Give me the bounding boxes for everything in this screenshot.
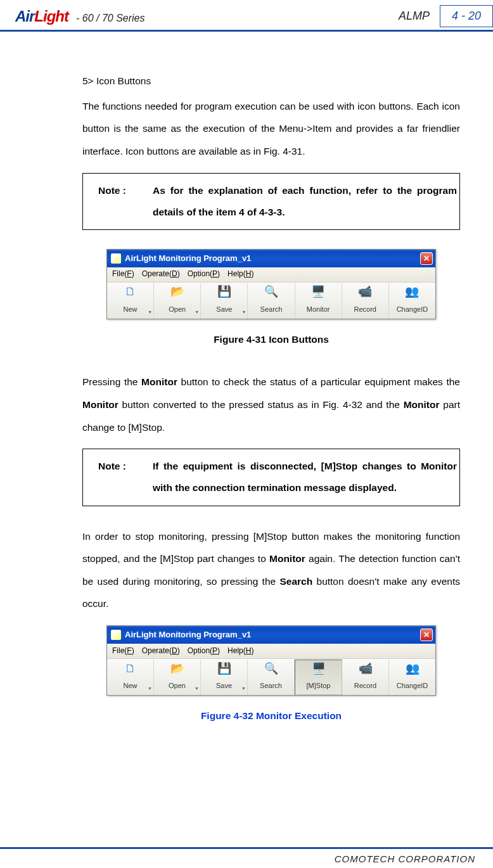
logo-light: Light	[34, 8, 68, 25]
save-label: Save	[216, 678, 232, 694]
chevron-down-icon: ▼	[195, 684, 199, 694]
chevron-down-icon: ▼	[148, 684, 152, 694]
chevron-down-icon: ▼	[241, 684, 246, 694]
save-button[interactable]: 💾 Save ▼	[201, 660, 248, 695]
close-button[interactable]: ✕	[420, 629, 433, 641]
mstop-label: [M]Stop	[307, 678, 331, 694]
bold-text: Monitor	[269, 553, 305, 564]
chevron-down-icon: ▼	[148, 307, 152, 317]
note-box-2: Note : If the equipment is disconnected,…	[82, 449, 460, 506]
record-button[interactable]: 📹 Record	[342, 283, 389, 319]
footer-rule	[0, 847, 493, 849]
search-label: Search	[260, 678, 282, 694]
app-window-1: AirLight Monitoring Program_v1 ✕ File(F)…	[106, 249, 436, 319]
titlebar: AirLight Monitoring Program_v1 ✕	[107, 626, 435, 644]
close-icon: ✕	[423, 631, 430, 639]
new-label: New	[123, 678, 137, 694]
search-icon: 🔍	[263, 284, 279, 300]
monitor-button[interactable]: 🖥️ Monitor	[295, 283, 342, 319]
text: button to check the status of a particul…	[177, 376, 460, 387]
section-title: 5> Icon Buttons	[82, 70, 460, 93]
note-label: Note :	[83, 174, 153, 229]
monitor-icon: 🖥️	[311, 660, 327, 677]
search-label: Search	[260, 302, 283, 317]
note-text: If the equipment is disconnected, [M]Sto…	[153, 449, 459, 505]
header-right: ALMP 4 - 20	[399, 5, 493, 27]
figure-caption-1: Figure 4-31 Icon Buttons	[82, 328, 460, 351]
open-icon: 📂	[169, 284, 186, 300]
record-button[interactable]: 📹 Record	[342, 660, 389, 695]
open-icon: 📂	[169, 660, 186, 677]
changeid-label: ChangeID	[397, 302, 428, 317]
open-button[interactable]: 📂 Open ▼	[154, 660, 201, 695]
bold-text: Monitor	[82, 399, 118, 410]
close-button[interactable]: ✕	[420, 252, 433, 265]
save-button[interactable]: 💾 Save ▼	[201, 283, 248, 319]
changeid-label: ChangeID	[397, 678, 428, 694]
record-label: Record	[354, 678, 376, 694]
app-window-2: AirLight Monitoring Program_v1 ✕ File(F)…	[106, 625, 436, 696]
new-button[interactable]: 🗋 New ▼	[107, 283, 154, 319]
record-icon: 📹	[357, 660, 374, 677]
chevron-down-icon: ▼	[195, 307, 199, 317]
open-label: Open	[169, 302, 186, 317]
content: 5> Icon Buttons The functions needed for…	[0, 32, 493, 727]
paragraph-2: Pressing the Monitor button to check the…	[82, 371, 460, 438]
bold-text: Monitor	[141, 376, 177, 387]
mstop-button[interactable]: 🖥️ [M]Stop	[295, 660, 342, 695]
record-label: Record	[354, 302, 376, 317]
titlebar-left: AirLight Monitoring Program_v1	[111, 625, 251, 644]
save-icon: 💾	[216, 284, 233, 300]
figure-caption-2: Figure 4-32 Monitor Execution	[82, 705, 460, 727]
almp-label: ALMP	[399, 10, 430, 23]
series-label: - 60 / 70 Series	[76, 13, 145, 24]
new-icon: 🗋	[122, 660, 139, 677]
changeid-button[interactable]: 👥 ChangeID	[389, 283, 435, 319]
paragraph-1: The functions needed for program executi…	[82, 95, 460, 163]
save-icon: 💾	[216, 660, 233, 677]
changeid-icon: 👥	[404, 284, 420, 300]
changeid-icon: 👥	[404, 660, 421, 677]
chevron-down-icon: ▼	[241, 307, 246, 317]
note-label: Note :	[83, 449, 153, 505]
logo-air: Air	[15, 8, 34, 25]
window-title: AirLight Monitoring Program_v1	[125, 625, 251, 644]
monitor-icon: 🖥️	[310, 284, 326, 300]
logo: AirLight	[15, 8, 68, 25]
search-icon: 🔍	[263, 660, 279, 677]
close-icon: ✕	[423, 255, 430, 262]
new-icon: 🗋	[122, 284, 139, 300]
window-title: AirLight Monitoring Program_v1	[125, 249, 251, 268]
monitor-label: Monitor	[307, 302, 330, 317]
footer-company: COMOTECH CORPORATION	[335, 853, 475, 864]
titlebar-left: AirLight Monitoring Program_v1	[111, 249, 251, 268]
page-header: AirLight - 60 / 70 Series ALMP 4 - 20	[0, 0, 493, 30]
logo-series-group: AirLight - 60 / 70 Series	[15, 8, 144, 25]
window-icon	[111, 253, 121, 264]
toolbar-1: 🗋 New ▼ 📂 Open ▼ 💾 Save ▼ 🔍 Search 🖥️ Mo…	[107, 283, 435, 319]
open-label: Open	[169, 678, 186, 694]
new-button[interactable]: 🗋 New ▼	[107, 660, 154, 695]
note-box-1: Note : As for the explanation of each fu…	[82, 173, 460, 230]
menu-option[interactable]: Option(P)	[188, 265, 220, 283]
toolbar-2: 🗋 New ▼ 📂 Open ▼ 💾 Save ▼ 🔍 Search 🖥️ [M…	[107, 659, 435, 695]
menu-help[interactable]: Help(H)	[227, 642, 253, 660]
page-number: 4 - 20	[440, 5, 493, 27]
search-button[interactable]: 🔍 Search	[248, 283, 295, 319]
changeid-button[interactable]: 👥 ChangeID	[389, 660, 435, 695]
paragraph-3: In order to stop monitoring, pressing [M…	[82, 525, 460, 616]
bold-text: Search	[279, 576, 312, 587]
note-text: As for the explanation of each function,…	[153, 174, 459, 229]
text: Pressing the	[82, 376, 141, 387]
save-label: Save	[216, 302, 232, 317]
new-label: New	[124, 302, 138, 317]
open-button[interactable]: 📂 Open ▼	[154, 283, 201, 319]
text: button converted to the pressed status a…	[118, 399, 404, 410]
menu-option[interactable]: Option(P)	[188, 642, 220, 660]
menu-help[interactable]: Help(H)	[227, 265, 253, 283]
titlebar: AirLight Monitoring Program_v1 ✕	[107, 250, 435, 267]
search-button[interactable]: 🔍 Search	[248, 660, 295, 695]
window-icon	[111, 630, 121, 640]
record-icon: 📹	[357, 284, 373, 300]
bold-text: Monitor	[404, 399, 440, 410]
